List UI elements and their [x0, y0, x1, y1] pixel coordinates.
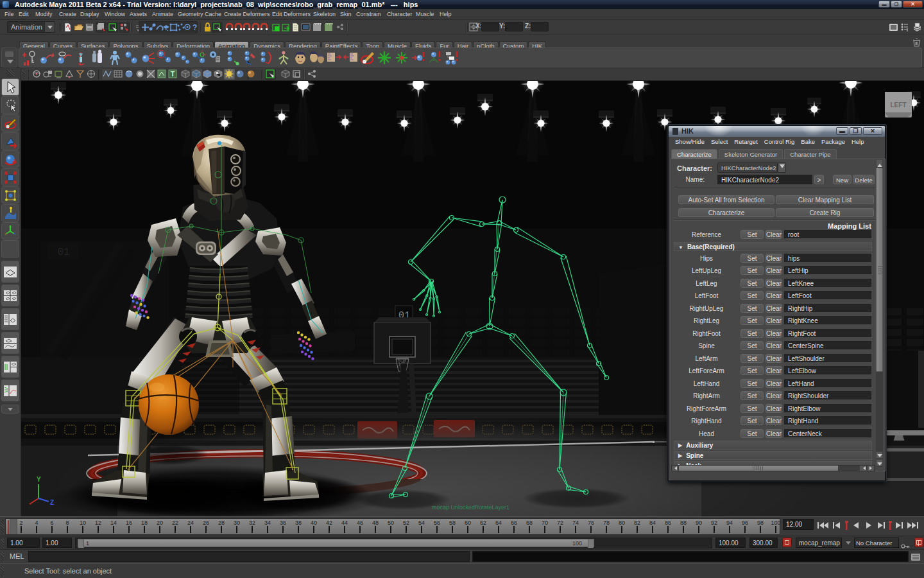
svg-text:LEFT: LEFT	[891, 101, 907, 109]
svg-text:Y: Y	[37, 476, 41, 483]
svg-text:?: ?	[193, 23, 197, 32]
svg-text:mocap UnlockedRotateLayer1: mocap UnlockedRotateLayer1	[432, 504, 509, 511]
svg-text:Z: Z	[50, 499, 54, 506]
svg-text:T: T	[171, 71, 175, 78]
svg-text:01: 01	[57, 247, 69, 258]
